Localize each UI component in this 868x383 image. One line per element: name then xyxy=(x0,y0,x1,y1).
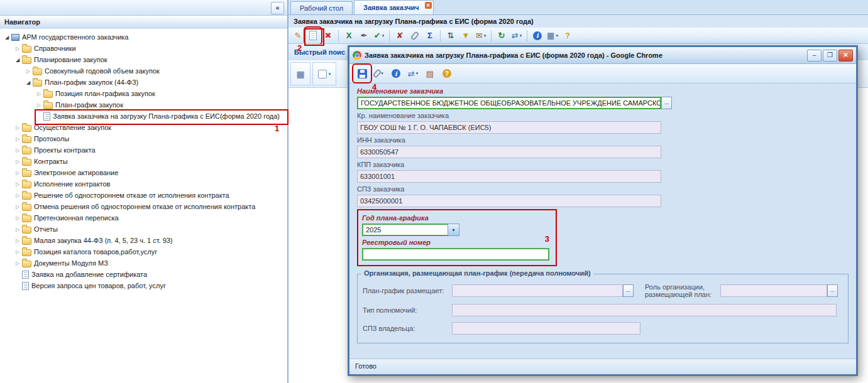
tree-item[interactable]: ◢Планирование закупок xyxy=(0,54,287,65)
folder-icon xyxy=(22,159,31,166)
tab-close-icon[interactable]: ✕ xyxy=(425,2,432,9)
tab-desktop[interactable]: Рабочий стол xyxy=(290,1,353,14)
refresh-icon[interactable]: ↻ xyxy=(495,29,508,43)
expand-arrow-icon[interactable]: ▷ xyxy=(13,125,22,131)
services-icon[interactable]: ⇄▾ xyxy=(405,66,420,81)
help-icon[interactable]: ? xyxy=(561,29,574,43)
folder-icon xyxy=(22,238,31,245)
filter-icon[interactable]: ▼ xyxy=(459,29,473,43)
info-icon[interactable]: i xyxy=(388,66,404,81)
expand-arrow-icon[interactable]: ▷ xyxy=(35,91,43,97)
approve-icon: ✔ xyxy=(374,31,381,40)
quick-search-label: Быстрый поис xyxy=(294,48,345,56)
tree-item[interactable]: ▷Позиция план-графика закупок xyxy=(0,88,287,99)
combo-dropdown-icon[interactable]: ▾ xyxy=(448,224,459,236)
signature-icon[interactable]: ✒ xyxy=(357,29,371,43)
save-icon[interactable] xyxy=(354,66,370,81)
expand-arrow-icon[interactable]: ▷ xyxy=(13,46,22,51)
tree-item-label: Версия запроса цен товаров, работ, услуг xyxy=(31,282,166,289)
expand-arrow-icon[interactable]: ▷ xyxy=(13,227,22,232)
approve-icon[interactable]: ✔▾ xyxy=(372,29,386,43)
transfer-icon[interactable]: ⇄▾ xyxy=(510,29,524,43)
customer-name-input[interactable]: ГОСУДАРСТВЕННОЕ БЮДЖЕТНОЕ ОБЩЕОБРАЗОВАТЕ… xyxy=(357,97,661,109)
maximize-button[interactable]: ❐ xyxy=(823,50,837,62)
tree-item[interactable]: ▷Отмена решения об одностороннем отказе … xyxy=(0,201,287,212)
expand-arrow-icon[interactable]: ▷ xyxy=(13,193,22,198)
dropdown-icon: ▾ xyxy=(520,33,522,38)
collapse-arrow-icon[interactable]: ◢ xyxy=(3,35,11,40)
edit-document-icon[interactable]: ✎ xyxy=(291,29,305,43)
sum-icon[interactable]: Σ xyxy=(423,29,437,43)
expand-arrow-icon[interactable]: ▷ xyxy=(13,249,22,255)
grid-settings-button[interactable]: ▦ xyxy=(290,62,310,85)
tree-item[interactable]: ▷Осуществление закупок xyxy=(0,122,287,133)
tree-item[interactable]: ▷Контракты xyxy=(0,156,287,167)
help-icon[interactable]: ? xyxy=(439,66,454,81)
info-icon[interactable]: i xyxy=(530,29,544,43)
tree-item-label: Протоколы xyxy=(34,135,69,143)
grid-settings-icon[interactable]: ▦▾ xyxy=(546,29,559,43)
tree-item[interactable]: ▷Малая закупка 44-ФЗ (п. 4, 5, 23 ч. 1 с… xyxy=(0,235,287,246)
delete-document-icon[interactable]: ✖ xyxy=(321,29,335,43)
excel-export-icon[interactable]: X xyxy=(342,29,356,43)
tree-item[interactable]: Заявка заказчика на загрузку Плана-графи… xyxy=(0,111,287,122)
tab-customer-request[interactable]: Заявка заказчич ✕ xyxy=(354,0,434,14)
tree-item[interactable]: ▷Совокупный годовой объем закупок xyxy=(0,65,287,77)
expand-arrow-icon[interactable]: ▷ xyxy=(13,204,22,210)
mail-icon[interactable]: ✉▾ xyxy=(474,29,488,43)
expand-arrow-icon[interactable]: ▷ xyxy=(13,261,22,266)
folder-icon xyxy=(22,57,31,64)
customer-name-lookup-button[interactable]: ... xyxy=(661,97,672,109)
tree-item[interactable]: ◢План-график закупок (44-ФЗ) xyxy=(0,77,287,88)
expand-arrow-icon[interactable]: ▷ xyxy=(13,159,22,165)
revoke-sign-icon[interactable]: ✘ xyxy=(393,29,407,43)
tree-item[interactable]: Заявка на добавление сертификата xyxy=(0,269,287,280)
close-button[interactable]: ✕ xyxy=(838,50,853,62)
registry-number-input[interactable] xyxy=(362,248,549,261)
expand-arrow-icon[interactable]: ▷ xyxy=(13,181,22,187)
tree-item[interactable]: ▷Справочники xyxy=(0,43,287,54)
tree-item[interactable]: ▷Позиция каталога товаров,работ,услуг xyxy=(0,246,287,257)
tree-item-label: Малая закупка 44-ФЗ (п. 4, 5, 23 ч. 1 ст… xyxy=(34,237,173,244)
tree-item[interactable]: ▷Отчеты xyxy=(0,224,287,235)
create-document-icon[interactable] xyxy=(306,29,320,43)
expand-arrow-icon[interactable]: ▷ xyxy=(13,148,22,153)
plan-year-select[interactable]: 2025 ▾ xyxy=(362,224,459,236)
expand-arrow-icon[interactable]: ▷ xyxy=(13,215,22,221)
collapse-arrow-icon[interactable]: ◢ xyxy=(24,80,33,85)
dialog-titlebar[interactable]: Заявка заказчика на загрузку Плана-графи… xyxy=(349,47,856,64)
minimize-button[interactable]: – xyxy=(807,50,821,62)
authority-type-input xyxy=(452,304,837,316)
expand-arrow-icon[interactable]: ▷ xyxy=(13,170,22,176)
attachment-icon[interactable] xyxy=(408,29,422,43)
expand-arrow-icon[interactable]: ▷ xyxy=(13,136,22,142)
expand-arrow-icon[interactable]: ▷ xyxy=(24,68,33,74)
tree-item[interactable]: ▷Протоколы xyxy=(0,133,287,144)
tree-item[interactable]: Версия запроса цен товаров, работ, услуг xyxy=(0,280,287,291)
sort-icon[interactable]: ⇅ xyxy=(444,29,458,43)
toolbar-separator xyxy=(338,30,339,41)
tree-item[interactable]: ▷План-график закупок xyxy=(0,99,287,111)
expand-arrow-icon[interactable]: ▷ xyxy=(13,238,22,244)
tree-item[interactable]: ▷Проекты контракта xyxy=(0,144,287,156)
tree-item[interactable]: ▷Исполнение контрактов xyxy=(0,178,287,190)
collapse-arrow-icon[interactable]: ◢ xyxy=(13,57,22,63)
log-icon[interactable]: ▤ xyxy=(422,66,437,81)
collapse-panel-button[interactable]: « xyxy=(271,2,284,14)
attachment-icon[interactable]: ▾ xyxy=(371,66,387,81)
org-role-lookup-button[interactable]: ... xyxy=(827,284,838,297)
tree-item[interactable]: ▷Претензионная переписка xyxy=(0,212,287,224)
select-all-header[interactable]: ▾ xyxy=(312,62,336,85)
expand-arrow-icon[interactable]: ▷ xyxy=(35,102,43,108)
folder-icon xyxy=(22,46,31,53)
plan-publisher-lookup-button[interactable]: ... xyxy=(623,284,634,297)
toolbar-separator xyxy=(389,30,390,41)
tree-item[interactable]: ▷Решение об одностороннем отказе от испо… xyxy=(0,190,287,201)
info-icon: i xyxy=(392,69,400,78)
page-title: Заявка заказчика на загрузку Плана-графи… xyxy=(288,15,868,28)
folder-icon xyxy=(22,215,31,222)
tree-item-label: Проекты контракта xyxy=(34,146,96,154)
tree-item[interactable]: ▷Электронное актирование xyxy=(0,167,287,178)
tree-item[interactable]: ◢АРМ государственного заказчика xyxy=(0,31,287,43)
tree-item[interactable]: ▷Документы Модуля МЗ xyxy=(0,257,287,269)
